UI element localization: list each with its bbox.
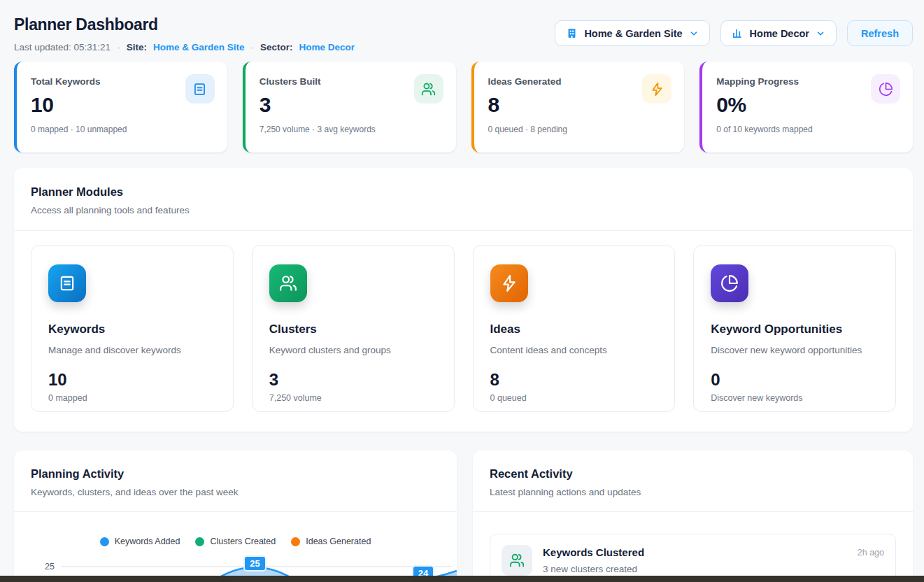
pie-icon bbox=[711, 264, 748, 302]
document-icon bbox=[48, 264, 86, 302]
planner-modules-panel: Planner Modules Access all planning tool… bbox=[14, 168, 913, 432]
section-subtitle: Keywords, clusters, and ideas over the p… bbox=[31, 487, 440, 497]
module-title: Keywords bbox=[48, 322, 216, 336]
svg-text:25: 25 bbox=[250, 558, 260, 569]
module-description: Manage and discover keywords bbox=[48, 345, 216, 355]
stat-card-ideas-generated: Ideas Generated 8 0 queued · 8 pending bbox=[471, 62, 685, 152]
site-label: Site: bbox=[127, 42, 147, 52]
planner-modules-header: Planner Modules Access all planning tool… bbox=[14, 168, 913, 231]
y-axis-tick: 25 bbox=[45, 562, 55, 572]
last-updated-text: Last updated: 05:31:21 bbox=[14, 42, 111, 52]
chevron-down-icon bbox=[816, 29, 825, 38]
planning-activity-card: Planning Activity Keywords, clusters, an… bbox=[14, 450, 457, 582]
module-card-keywords[interactable]: Keywords Manage and discover keywords 10… bbox=[31, 245, 234, 412]
pie-icon bbox=[871, 74, 900, 104]
chevron-down-icon bbox=[689, 29, 699, 38]
site-dropdown-label: Home & Garden Site bbox=[584, 28, 682, 39]
meta-separator: · bbox=[117, 42, 120, 52]
header-left: Planner Dashboard Last updated: 05:31:21… bbox=[14, 14, 355, 52]
section-subtitle: Access all planning tools and features bbox=[31, 205, 896, 215]
section-title: Planner Modules bbox=[31, 185, 896, 199]
module-value: 10 bbox=[48, 370, 216, 390]
recent-activity-header: Recent Activity Latest planning actions … bbox=[473, 450, 913, 512]
module-title: Ideas bbox=[490, 322, 658, 336]
header-toolbar: Home & Garden Site Home Decor Refresh bbox=[555, 20, 913, 46]
data-point-label-peak: 25 bbox=[244, 556, 266, 571]
module-title: Clusters bbox=[269, 322, 437, 336]
refresh-button[interactable]: Refresh bbox=[847, 20, 913, 46]
section-title: Planning Activity bbox=[31, 467, 440, 481]
stat-detail: 0 of 10 keywords mapped bbox=[716, 125, 899, 134]
recent-activity-card: Recent Activity Latest planning actions … bbox=[473, 450, 913, 582]
zap-icon bbox=[642, 74, 671, 104]
module-card-clusters[interactable]: Clusters Keyword clusters and groups 3 7… bbox=[252, 245, 455, 412]
sector-label: Sector: bbox=[260, 42, 293, 52]
stat-detail: 7,250 volume · 3 avg keywords bbox=[260, 125, 442, 134]
module-detail: 0 queued bbox=[490, 393, 658, 403]
stat-card-total-keywords: Total Keywords 10 0 mapped · 10 unmapped bbox=[14, 62, 227, 152]
sector-dropdown-label: Home Decor bbox=[750, 28, 809, 39]
section-title: Recent Activity bbox=[490, 467, 896, 481]
page-title: Planner Dashboard bbox=[14, 15, 355, 34]
activity-item-title: Keywords Clustered bbox=[543, 546, 847, 558]
activity-item-description: 3 new clusters created bbox=[543, 564, 847, 574]
module-card-ideas[interactable]: Ideas Content ideas and concepts 8 0 que… bbox=[473, 245, 676, 412]
users-icon bbox=[269, 264, 307, 302]
module-value: 0 bbox=[711, 370, 879, 390]
module-card-keyword-opportunities[interactable]: Keyword Opportunities Discover new keywo… bbox=[693, 245, 896, 412]
module-detail: 7,250 volume bbox=[269, 393, 437, 403]
module-detail: Discover new keywords bbox=[711, 393, 879, 403]
modules-grid: Keywords Manage and discover keywords 10… bbox=[14, 231, 913, 432]
activity-item-body: Keywords Clustered 3 new clusters create… bbox=[543, 545, 847, 574]
site-link[interactable]: Home & Garden Site bbox=[153, 42, 245, 52]
refresh-button-label: Refresh bbox=[861, 28, 899, 39]
site-dropdown[interactable]: Home & Garden Site bbox=[555, 20, 709, 46]
module-detail: 0 mapped bbox=[48, 393, 216, 403]
stat-detail: 0 mapped · 10 unmapped bbox=[31, 125, 213, 134]
stat-detail: 0 queued · 8 pending bbox=[488, 125, 671, 134]
activity-item-timestamp: 2h ago bbox=[858, 545, 884, 558]
sector-dropdown[interactable]: Home Decor bbox=[720, 20, 837, 46]
section-subtitle: Latest planning actions and updates bbox=[490, 487, 896, 497]
zap-icon bbox=[490, 264, 528, 302]
bottom-edge-bar bbox=[0, 576, 924, 582]
activity-list-item: Keywords Clustered 3 new clusters create… bbox=[490, 534, 896, 582]
bar-chart-icon bbox=[732, 27, 744, 39]
module-title: Keyword Opportunities bbox=[711, 322, 879, 336]
page-header: Planner Dashboard Last updated: 05:31:21… bbox=[0, 0, 924, 52]
document-icon bbox=[185, 74, 215, 104]
breadcrumb-meta: Last updated: 05:31:21 · Site: Home & Ga… bbox=[14, 42, 355, 52]
module-description: Keyword clusters and groups bbox=[269, 345, 437, 355]
sector-link[interactable]: Home Decor bbox=[299, 42, 355, 52]
bottom-row: Planning Activity Keywords, clusters, an… bbox=[14, 450, 913, 582]
stat-card-mapping-progress: Mapping Progress 0% 0 of 10 keywords map… bbox=[699, 62, 913, 152]
stat-card-clusters-built: Clusters Built 3 7,250 volume · 3 avg ke… bbox=[243, 62, 456, 152]
module-description: Content ideas and concepts bbox=[490, 345, 658, 355]
module-value: 3 bbox=[269, 370, 437, 390]
users-icon bbox=[502, 545, 532, 576]
planning-activity-header: Planning Activity Keywords, clusters, an… bbox=[14, 450, 457, 512]
module-description: Discover new keyword opportunities bbox=[711, 345, 879, 355]
stats-row: Total Keywords 10 0 mapped · 10 unmapped… bbox=[0, 52, 924, 152]
building-icon bbox=[566, 27, 578, 39]
meta-separator: · bbox=[250, 42, 254, 52]
users-icon bbox=[414, 74, 443, 104]
module-value: 8 bbox=[490, 370, 658, 390]
planner-dashboard-page: Planner Dashboard Last updated: 05:31:21… bbox=[0, 0, 924, 582]
